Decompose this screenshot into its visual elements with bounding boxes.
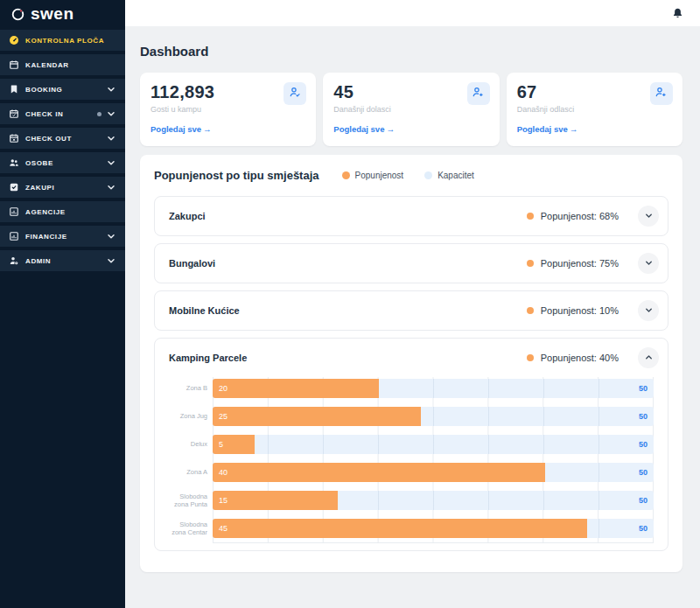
sidebar-item-check-out[interactable]: CHECK OUT xyxy=(0,128,125,149)
occupancy-bar: 20 xyxy=(213,379,379,398)
occupancy-bar: 5 xyxy=(213,435,255,454)
capacity-track: 1550 xyxy=(213,491,654,510)
accommodation-name: Mobilne Kućice xyxy=(169,305,240,316)
occupancy-panel: Popunjenost po tipu smještaja Popunjenos… xyxy=(140,155,682,572)
chart-category-label: Slobodna zona Centar xyxy=(164,521,213,537)
sidebar-item-label: AGENCIJE xyxy=(25,208,66,216)
expand-button[interactable] xyxy=(638,300,659,321)
chevron-down-icon xyxy=(644,210,654,223)
sidebar-item-label: KONTROLNA PLOČA xyxy=(25,37,104,45)
stat-card-dana-nji-dolasci: 45Današnji dolasciPogledaj sve→ xyxy=(323,73,499,146)
stat-icon-box xyxy=(650,82,673,105)
stat-value: 67 xyxy=(517,82,672,102)
accordion-header-kamping-parcele[interactable]: Kamping ParcelePopunjenost: 40% xyxy=(155,339,668,377)
sidebar-item-zakupi[interactable]: ZAKUPI xyxy=(0,177,125,198)
swen-ring-icon xyxy=(10,7,25,22)
capacity-value: 50 xyxy=(639,519,648,538)
page-content: Dashboard 112,893Gosti u kampuPogledaj s… xyxy=(125,26,700,608)
user-plus-icon xyxy=(654,86,668,102)
collapse-button[interactable] xyxy=(638,347,659,368)
capacity-value: 50 xyxy=(639,491,648,510)
capacity-track: 2050 xyxy=(213,379,654,398)
calendar-icon xyxy=(9,59,19,70)
sidebar-item-kalendar[interactable]: KALENDAR xyxy=(0,54,125,75)
sidebar-item-agencije[interactable]: AGENCIJE xyxy=(0,201,125,222)
view-all-label: Pogledaj sve xyxy=(517,124,568,134)
occupancy-bar: 15 xyxy=(213,491,338,510)
occupancy-dot xyxy=(527,213,534,220)
page-title: Dashboard xyxy=(140,44,682,59)
view-all-link[interactable]: Pogledaj sve→ xyxy=(517,124,578,134)
chart-category-label: Zona A xyxy=(164,468,213,476)
occupancy-value: 40 xyxy=(219,463,228,482)
occupancy-metric: Popunjenost: 75% xyxy=(541,258,619,269)
chart-row-zona-a: Zona A4050 xyxy=(164,463,654,482)
occupancy-value: 45 xyxy=(219,519,228,538)
chevron-down-icon xyxy=(644,304,654,318)
sidebar-item-indicators xyxy=(106,231,116,241)
occupancy-panel-header: Popunjenost po tipu smještaja Popunjenos… xyxy=(154,169,668,182)
sidebar-item-admin[interactable]: ADMIN xyxy=(0,250,125,271)
stat-value: 45 xyxy=(333,82,488,102)
brand-name: swen xyxy=(31,4,74,24)
chart-category-label: Zona Jug xyxy=(164,412,213,420)
sidebar-item-indicators xyxy=(106,182,116,192)
chevron-down-icon xyxy=(106,231,116,241)
capacity-value: 50 xyxy=(639,379,648,398)
view-all-link[interactable]: Pogledaj sve→ xyxy=(150,124,212,134)
chevron-down-icon xyxy=(106,255,116,266)
stat-card-dana-nji-odlasci: 67Današnji odlasciPogledaj sve→ xyxy=(507,73,682,146)
capacity-track: 550 xyxy=(213,435,654,454)
accommodation-row-mobilne-ku-ice: Mobilne KućicePopunjenost: 10% xyxy=(154,290,668,331)
stat-cards: 112,893Gosti u kampuPogledaj sve→45Današ… xyxy=(140,73,682,146)
stat-icon-box xyxy=(284,82,306,105)
bookmark-icon xyxy=(9,84,19,94)
chart-category-label: Slobodna zona Punta xyxy=(164,493,213,509)
accommodation-row-zakupci: ZakupciPopunjenost: 68% xyxy=(154,196,668,236)
accordion-header-zakupci[interactable]: ZakupciPopunjenost: 68% xyxy=(155,197,668,235)
occupancy-title: Popunjenost po tipu smještaja xyxy=(154,169,319,182)
chart-row-zona-b: Zona B2050 xyxy=(164,379,654,398)
capacity-track: 4050 xyxy=(213,463,654,482)
chart-row-zona-jug: Zona Jug2550 xyxy=(164,407,654,426)
bell-icon[interactable] xyxy=(671,7,684,20)
accommodation-row-bungalovi: BungaloviPopunjenost: 75% xyxy=(154,243,668,283)
arrow-right-icon: → xyxy=(570,124,578,134)
occupancy-bar: 45 xyxy=(213,519,587,538)
sidebar-item-kontrolna-plo-a[interactable]: KONTROLNA PLOČA xyxy=(0,30,125,51)
expand-button[interactable] xyxy=(638,206,659,227)
topbar xyxy=(125,0,700,26)
stat-card-gosti-u-kampu: 112,893Gosti u kampuPogledaj sve→ xyxy=(140,73,316,146)
occupancy-metric: Popunjenost: 40% xyxy=(541,353,619,363)
capacity-value: 50 xyxy=(639,463,648,482)
sidebar-item-booking[interactable]: BOOKING xyxy=(0,79,125,100)
stat-label: Današnji odlasci xyxy=(517,105,672,114)
app-root: swen KONTROLNA PLOČAKALENDARBOOKINGCHECK… xyxy=(0,0,700,608)
legend-label: Popunjenost xyxy=(355,171,404,180)
capacity-track: 2550 xyxy=(213,407,654,426)
chevron-down-icon xyxy=(106,133,116,143)
accommodation-name: Zakupci xyxy=(169,211,206,221)
legend-dot xyxy=(342,171,350,179)
stat-label: Današnji dolasci xyxy=(333,105,488,114)
view-all-label: Pogledaj sve xyxy=(150,124,201,134)
accommodation-name: Kamping Parcele xyxy=(169,353,247,363)
sidebar-item-check-in[interactable]: CHECK IN xyxy=(0,103,125,124)
chevron-up-icon xyxy=(644,352,654,365)
chevron-down-icon xyxy=(644,257,654,270)
user-check-icon xyxy=(289,86,302,102)
chevron-down-icon xyxy=(106,108,116,119)
sidebar-item-indicators xyxy=(106,84,116,94)
occupancy-metric: Popunjenost: 10% xyxy=(541,305,619,316)
user-plus-icon xyxy=(472,86,485,102)
sidebar-item-osobe[interactable]: OSOBE xyxy=(0,152,125,173)
capacity-value: 50 xyxy=(639,407,648,426)
sidebar-item-financije[interactable]: FINANCIJE xyxy=(0,226,125,247)
view-all-link[interactable]: Pogledaj sve→ xyxy=(333,124,395,134)
accommodation-metrics: Popunjenost: 10% xyxy=(527,300,659,321)
accordion-header-bungalovi[interactable]: BungaloviPopunjenost: 75% xyxy=(155,244,668,283)
brand-logo[interactable]: swen xyxy=(0,0,125,28)
sidebar-item-indicators xyxy=(106,133,116,143)
expand-button[interactable] xyxy=(638,253,659,274)
accordion-header-mobilne-ku-ice[interactable]: Mobilne KućicePopunjenost: 10% xyxy=(155,291,668,330)
